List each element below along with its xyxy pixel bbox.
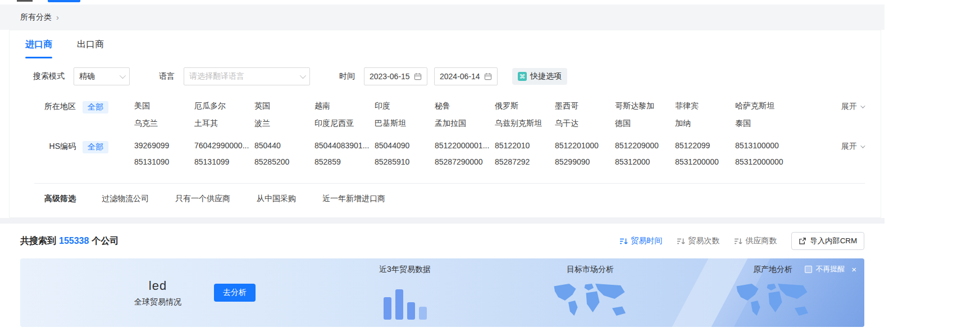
region-option[interactable]: 秘鲁 <box>435 101 495 111</box>
sort-icon <box>677 237 685 245</box>
hs-code-option[interactable]: 852859 <box>314 157 375 166</box>
hs-code-filter-row: HS编码 全部 3926909976042990000...8504408504… <box>10 141 881 166</box>
advanced-filter-option[interactable]: 只有一个供应商 <box>175 194 230 204</box>
results-controls: 贸易时间 贸易次数 供应商数 <box>619 232 864 250</box>
hs-code-option[interactable]: 85122099 <box>675 141 735 150</box>
dismiss-checkbox[interactable] <box>805 266 812 273</box>
hs-code-option[interactable]: 8512209000 <box>615 141 675 150</box>
quick-options-label: 快捷选项 <box>530 71 562 81</box>
advanced-filter-option[interactable]: 从中国采购 <box>257 194 296 204</box>
region-option[interactable]: 厄瓜多尔 <box>194 101 254 111</box>
hs-code-option[interactable]: 8531200000 <box>675 157 735 166</box>
region-option[interactable]: 巴基斯坦 <box>375 119 435 129</box>
trade-bar <box>407 302 415 320</box>
hs-code-option[interactable]: 85122000001... <box>435 141 495 150</box>
analyze-button[interactable]: 去分析 <box>214 284 256 302</box>
start-date-value: 2023-06-15 <box>370 72 410 81</box>
language-placeholder: 请选择翻译语言 <box>189 71 244 81</box>
search-mode-select[interactable]: 精确 <box>74 67 130 85</box>
region-option[interactable]: 孟加拉国 <box>435 119 495 129</box>
sort-icon <box>619 237 628 245</box>
region-option[interactable]: 乌兹别克斯坦 <box>495 119 555 129</box>
region-option[interactable]: 哈萨克斯坦 <box>735 101 795 111</box>
importer-exporter-tabs: 进口商 出口商 <box>10 30 881 58</box>
hs-code-option[interactable]: 8512201000 <box>555 141 615 150</box>
results-count[interactable]: 155338 <box>59 236 89 246</box>
results-prefix: 共搜索到 <box>20 235 56 247</box>
hs-code-option[interactable]: 85287292 <box>495 157 555 166</box>
sort-trade-time[interactable]: 贸易时间 <box>619 236 662 246</box>
hs-code-label: HS编码 <box>33 141 76 152</box>
results-section: 共搜索到 155338 个公司 贸易时间 <box>0 224 885 332</box>
hs-code-option[interactable]: 850440 <box>254 141 314 150</box>
breadcrumb: 所有分类 › <box>0 4 885 30</box>
advanced-filter-option[interactable]: 过滤物流公司 <box>102 194 149 204</box>
chevron-right-icon: › <box>56 12 59 22</box>
tab-exporter[interactable]: 出口商 <box>77 30 104 58</box>
trade-data-block: 近3年贸易数据 <box>346 265 464 320</box>
region-option[interactable]: 英国 <box>254 101 314 111</box>
search-mode-value: 精确 <box>79 71 95 81</box>
region-label: 所在地区 <box>33 101 76 112</box>
sort-supplier-count[interactable]: 供应商数 <box>734 236 777 246</box>
hs-code-option[interactable]: 85285910 <box>375 157 435 166</box>
trade-bar <box>395 289 403 320</box>
sort-trade-count[interactable]: 贸易次数 <box>677 236 719 246</box>
close-icon[interactable]: × <box>851 265 856 274</box>
calendar-icon <box>414 72 422 80</box>
hs-code-option[interactable]: 85122010 <box>495 141 555 150</box>
language-select[interactable]: 请选择翻译语言 <box>184 67 310 85</box>
time-label: 时间 <box>339 71 355 81</box>
region-all-chip[interactable]: 全部 <box>83 101 108 113</box>
divider <box>34 183 865 184</box>
hs-code-option[interactable]: 85287290000 <box>435 157 495 166</box>
hs-code-option[interactable]: 85312000 <box>615 157 675 166</box>
hs-code-option[interactable]: 85299090 <box>555 157 615 166</box>
region-option[interactable]: 美国 <box>134 101 194 111</box>
chevron-down-icon <box>860 143 865 148</box>
breadcrumb-category[interactable]: 所有分类 <box>20 12 52 22</box>
hs-code-option[interactable]: 85285200 <box>254 157 314 166</box>
hs-all-chip[interactable]: 全部 <box>83 141 108 153</box>
results-bar: 共搜索到 155338 个公司 贸易时间 <box>0 224 885 257</box>
world-map-icon <box>531 280 649 321</box>
region-option[interactable]: 德国 <box>615 119 675 129</box>
hs-code-option[interactable]: 85044090 <box>375 141 435 150</box>
region-option[interactable]: 加纳 <box>675 119 735 129</box>
hs-code-option[interactable]: 85044083901... <box>314 141 375 150</box>
tab-importer[interactable]: 进口商 <box>25 30 52 58</box>
hs-code-option[interactable]: 85131099 <box>194 157 254 166</box>
quick-options-button[interactable]: ⌘ 快捷选项 <box>512 68 567 85</box>
sort-label: 贸易时间 <box>631 236 662 246</box>
banner-dismiss: 不再提醒 × <box>805 264 856 274</box>
region-option[interactable]: 土耳其 <box>194 119 254 129</box>
region-option[interactable]: 哥斯达黎加 <box>615 101 675 111</box>
active-tab-underline-fragment <box>48 0 80 2</box>
end-date-input[interactable]: 2024-06-14 <box>434 67 498 85</box>
start-date-input[interactable]: 2023-06-15 <box>364 67 427 85</box>
search-filter-card: 进口商 出口商 搜索模式 精确 语言 请选择翻译语言 时间 2023-06- <box>9 30 881 218</box>
region-option[interactable]: 波兰 <box>254 119 314 129</box>
region-option[interactable]: 墨西哥 <box>555 101 615 111</box>
hs-expand-link[interactable]: 展开 <box>841 141 864 152</box>
banner-keyword: led <box>110 279 206 293</box>
hs-code-option[interactable]: 39269099 <box>134 141 194 150</box>
region-option[interactable]: 印度 <box>375 101 435 111</box>
region-expand-link[interactable]: 展开 <box>841 101 864 112</box>
region-option[interactable]: 乌克兰 <box>134 119 194 129</box>
hs-code-option[interactable]: 85312000000 <box>735 157 795 166</box>
hs-code-option[interactable]: 76042990000... <box>194 141 254 150</box>
import-crm-button[interactable]: 导入内部CRM <box>791 232 864 250</box>
end-date-value: 2024-06-14 <box>440 72 480 81</box>
advanced-filter-option[interactable]: 近一年新增进口商 <box>322 194 385 204</box>
advanced-filter-options: 过滤物流公司只有一个供应商从中国采购近一年新增进口商 <box>102 194 385 204</box>
region-option[interactable]: 乌干达 <box>555 119 615 129</box>
region-option[interactable]: 越南 <box>314 101 375 111</box>
region-option[interactable]: 菲律宾 <box>675 101 735 111</box>
trade-search-page: 所有分类 › 进口商 出口商 搜索模式 精确 语言 请选择翻译语言 <box>0 0 980 332</box>
region-option[interactable]: 俄罗斯 <box>495 101 555 111</box>
region-option[interactable]: 泰国 <box>735 119 795 129</box>
hs-code-option[interactable]: 8513100000 <box>735 141 795 150</box>
region-option[interactable]: 印度尼西亚 <box>314 119 375 129</box>
hs-code-option[interactable]: 85131090 <box>134 157 194 166</box>
